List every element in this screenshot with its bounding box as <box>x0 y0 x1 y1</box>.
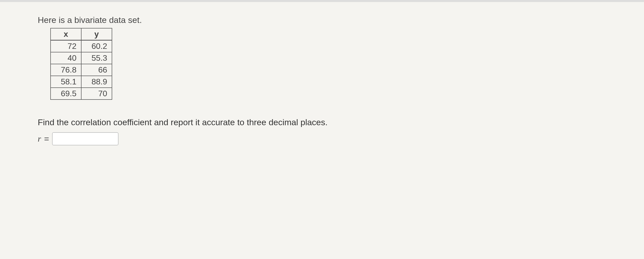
cell-x: 58.1 <box>51 76 81 88</box>
cell-y: 66 <box>81 64 112 76</box>
table-row: 76.8 66 <box>51 64 112 76</box>
cell-x: 69.5 <box>51 88 81 100</box>
r-variable-label: r <box>38 134 41 144</box>
cell-y: 60.2 <box>81 40 112 52</box>
correlation-answer-input[interactable] <box>52 132 118 145</box>
question-text: Find the correlation coefficient and rep… <box>38 117 606 127</box>
cell-x: 72 <box>51 40 81 52</box>
cell-y: 88.9 <box>81 76 112 88</box>
cell-y: 55.3 <box>81 52 112 64</box>
intro-text: Here is a bivariate data set. <box>38 15 606 25</box>
header-x: x <box>51 28 81 40</box>
table-header-row: x y <box>51 28 112 40</box>
table-row: 72 60.2 <box>51 40 112 52</box>
equals-sign: = <box>44 134 49 144</box>
table-row: 40 55.3 <box>51 52 112 64</box>
cell-x: 40 <box>51 52 81 64</box>
top-divider <box>0 0 644 2</box>
cell-x: 76.8 <box>51 64 81 76</box>
header-y: y <box>81 28 112 40</box>
cell-y: 70 <box>81 88 112 100</box>
answer-row: r = <box>38 132 606 145</box>
data-table: x y 72 60.2 40 55.3 76.8 66 58.1 88.9 69… <box>50 28 112 100</box>
table-row: 58.1 88.9 <box>51 76 112 88</box>
table-row: 69.5 70 <box>51 88 112 100</box>
